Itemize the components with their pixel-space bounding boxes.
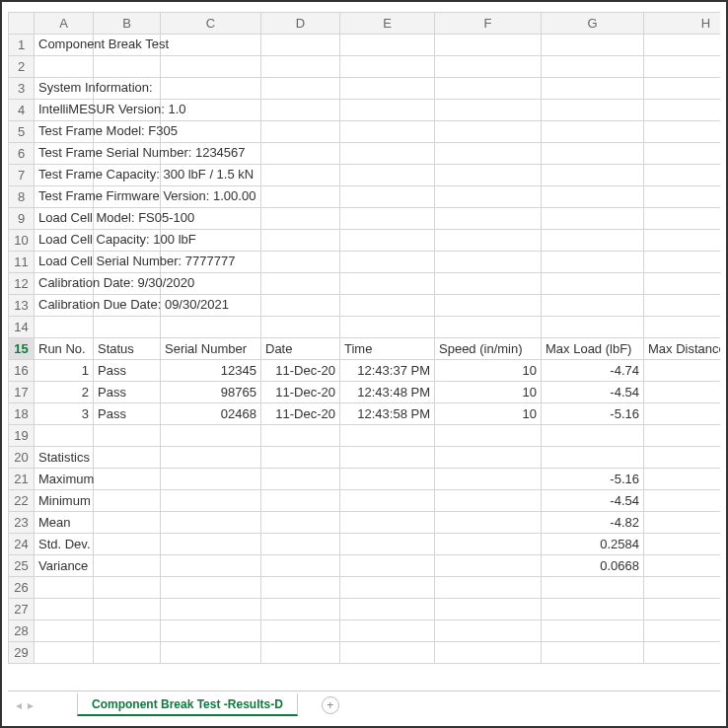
row-header[interactable]: 12: [9, 273, 35, 295]
cell-date[interactable]: 11-Dec-20: [261, 403, 340, 425]
cell[interactable]: [261, 534, 340, 555]
cell[interactable]: [542, 100, 644, 121]
cell[interactable]: [340, 599, 435, 620]
header-maxdist[interactable]: Max Distance (in): [644, 338, 721, 360]
stat-maxload[interactable]: 0.0668: [542, 555, 644, 577]
cell-time[interactable]: 12:43:48 PM: [340, 382, 435, 403]
cell[interactable]: [161, 555, 261, 577]
cell-maxdist[interactable]: 0.375: [644, 403, 721, 425]
cell[interactable]: [340, 208, 435, 230]
system-info-cell[interactable]: Test Frame Model: F305: [35, 121, 94, 143]
cell[interactable]: [435, 56, 542, 78]
cell[interactable]: [94, 56, 161, 78]
cell[interactable]: [435, 35, 542, 56]
header-speed[interactable]: Speed (in/min): [435, 338, 542, 360]
cell-date[interactable]: 11-Dec-20: [261, 382, 340, 403]
cell[interactable]: [542, 165, 644, 186]
cell-maxdist[interactable]: 0.3805: [644, 360, 721, 382]
stats-header[interactable]: Statistics: [35, 447, 94, 469]
cell[interactable]: [261, 56, 340, 78]
cell[interactable]: [542, 425, 644, 447]
cell[interactable]: [542, 273, 644, 295]
cell[interactable]: [161, 447, 261, 469]
cell[interactable]: [35, 577, 94, 599]
cell[interactable]: [644, 620, 721, 642]
cell[interactable]: [542, 56, 644, 78]
cell[interactable]: [542, 642, 644, 664]
cell[interactable]: [161, 642, 261, 664]
cell[interactable]: [35, 425, 94, 447]
row-header[interactable]: 19: [9, 425, 35, 447]
row-header[interactable]: 3: [9, 78, 35, 100]
cell[interactable]: [261, 555, 340, 577]
system-info-cell[interactable]: Load Cell Capacity: 100 lbF: [35, 230, 94, 252]
row-header[interactable]: 9: [9, 208, 35, 230]
row-header[interactable]: 18: [9, 403, 35, 425]
cell[interactable]: [542, 447, 644, 469]
cell[interactable]: [435, 186, 542, 208]
cell[interactable]: [542, 35, 644, 56]
cell[interactable]: [340, 273, 435, 295]
cell[interactable]: [542, 620, 644, 642]
cell-maxload[interactable]: -4.74: [542, 360, 644, 382]
col-header-B[interactable]: B: [94, 13, 161, 35]
cell-maxload[interactable]: -5.16: [542, 403, 644, 425]
stat-maxload[interactable]: -4.82: [542, 512, 644, 534]
stat-maxload[interactable]: -4.54: [542, 490, 644, 512]
cell[interactable]: [261, 469, 340, 490]
row-header[interactable]: 14: [9, 317, 35, 338]
row-header[interactable]: 6: [9, 143, 35, 165]
cell[interactable]: [644, 143, 721, 165]
row-header[interactable]: 13: [9, 295, 35, 317]
cell[interactable]: [261, 165, 340, 186]
cell[interactable]: [435, 577, 542, 599]
cell[interactable]: [261, 317, 340, 338]
cell[interactable]: [644, 447, 721, 469]
cell[interactable]: [261, 620, 340, 642]
cell[interactable]: [261, 273, 340, 295]
cell[interactable]: [94, 447, 161, 469]
cell[interactable]: [435, 599, 542, 620]
cell[interactable]: [161, 620, 261, 642]
cell[interactable]: [340, 534, 435, 555]
header-maxload[interactable]: Max Load (lbF): [542, 338, 644, 360]
stat-label[interactable]: Minimum: [35, 490, 94, 512]
cell[interactable]: [340, 186, 435, 208]
row-header[interactable]: 8: [9, 186, 35, 208]
cell[interactable]: [644, 208, 721, 230]
cell[interactable]: [435, 642, 542, 664]
cell[interactable]: [340, 121, 435, 143]
cell[interactable]: [435, 425, 542, 447]
cell[interactable]: [94, 469, 161, 490]
cell[interactable]: [261, 490, 340, 512]
cell[interactable]: [542, 252, 644, 273]
cell[interactable]: [35, 599, 94, 620]
cell-serial[interactable]: 98765: [161, 382, 261, 403]
system-info-cell[interactable]: System Information:: [35, 78, 94, 100]
cell[interactable]: [542, 577, 644, 599]
row-header[interactable]: 7: [9, 165, 35, 186]
row-header[interactable]: 21: [9, 469, 35, 490]
cell[interactable]: [644, 642, 721, 664]
cell[interactable]: [644, 186, 721, 208]
cell[interactable]: [161, 317, 261, 338]
cell[interactable]: [542, 230, 644, 252]
cell[interactable]: [94, 490, 161, 512]
col-header-A[interactable]: A: [35, 13, 94, 35]
cell[interactable]: [94, 577, 161, 599]
cell[interactable]: [644, 317, 721, 338]
tab-nav-prev-icon[interactable]: ◂: [16, 698, 22, 712]
cell[interactable]: [644, 295, 721, 317]
cell[interactable]: [542, 121, 644, 143]
cell-date[interactable]: 11-Dec-20: [261, 360, 340, 382]
cell[interactable]: [340, 425, 435, 447]
header-serial[interactable]: Serial Number: [161, 338, 261, 360]
system-info-cell[interactable]: Test Frame Firmware Version: 1.00.00: [35, 186, 94, 208]
cell-maxdist[interactable]: 0.365: [644, 382, 721, 403]
row-header[interactable]: 1: [9, 35, 35, 56]
cell[interactable]: [435, 295, 542, 317]
cell[interactable]: [340, 165, 435, 186]
cell-maxload[interactable]: -4.54: [542, 382, 644, 403]
cell[interactable]: [340, 512, 435, 534]
header-run[interactable]: Run No.: [35, 338, 94, 360]
